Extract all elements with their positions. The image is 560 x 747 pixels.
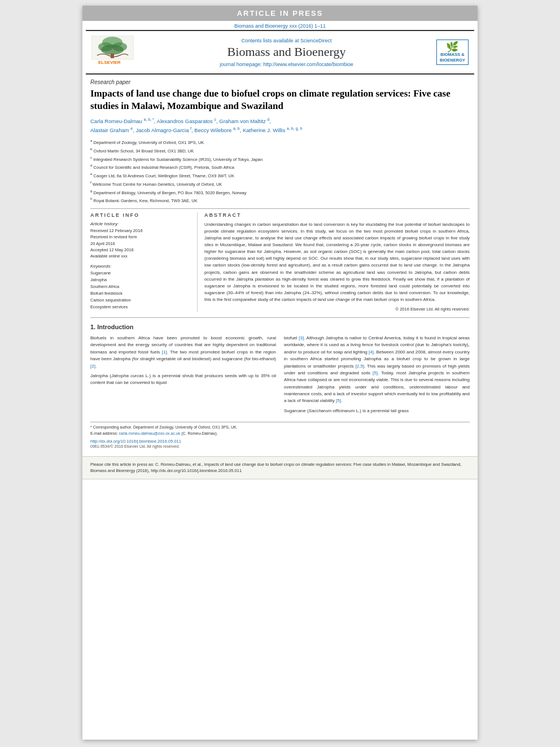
affiliation-h: h Royal Botanic Gardens, Kew, Richmond, …	[90, 196, 470, 204]
kw-biofuel: Biofuel feedstock	[90, 290, 191, 297]
aip-text: ARTICLE IN PRESS	[237, 9, 323, 18]
accepted-date: Accepted 12 May 2016	[90, 247, 191, 253]
logo-line2: BIOENERGY	[440, 58, 465, 63]
author-von-maltitz: Graham von Maltitz d,	[219, 118, 271, 124]
affiliations-block: a Department of Zoology, University of O…	[90, 138, 470, 204]
ref-5b[interactable]: [5]	[373, 370, 378, 375]
available-online: Available online xxx	[90, 253, 191, 259]
article-info-header: ARTICLE INFO	[90, 212, 191, 218]
kw-ecosystem: Ecosystem services	[90, 304, 191, 311]
header-middle: Contents lists available at ScienceDirec…	[142, 38, 431, 67]
article-info-col: ARTICLE INFO Article history: Received 1…	[90, 212, 198, 312]
intro-right-col: biofuel [3]. Although Jatropha is native…	[284, 335, 470, 417]
intro-para1: Biofuels in southern Africa have been pr…	[90, 335, 276, 370]
kw-carbon: Carbon sequestration	[90, 297, 191, 304]
abstract-text: Understanding changes in carbon sequestr…	[204, 221, 470, 303]
homepage-label: journal homepage:	[220, 62, 262, 67]
copyright-line: © 2016 Elsevier Ltd. All rights reserved…	[204, 307, 470, 312]
intro-right-para2: Sugarcane (Saccharum officinarum L.) is …	[284, 408, 470, 414]
svg-point-4	[101, 45, 124, 55]
affiliation-f: f Wellcome Trust Centre for Human Geneti…	[90, 180, 470, 187]
homepage-line: journal homepage: http://www.elsevier.co…	[142, 62, 431, 67]
ref-5c[interactable]: [5]	[336, 398, 341, 403]
corresponding-footnote: * Corresponding author. Department of Zo…	[90, 425, 470, 431]
citation-bar: Please cite this article in press as: C.…	[82, 456, 478, 479]
ref-1[interactable]: [1]	[162, 350, 167, 355]
contents-label: Contents lists available at	[241, 38, 299, 43]
kw-southern-africa: Southern Africa	[90, 283, 191, 290]
homepage-url[interactable]: http://www.elsevier.com/locate/biombioe	[263, 62, 353, 67]
kw-jatropha: Jatropha	[90, 277, 191, 283]
intro-right-para1: biofuel [3]. Although Jatropha is native…	[284, 335, 470, 405]
affiliation-e: e Caoger Ltd, 6a St Andrews Court, Welli…	[90, 171, 470, 179]
received-date: Received 12 February 2016	[90, 228, 191, 234]
affiliation-b: b Oxford Martin School, 34 Broad Street,…	[90, 146, 470, 154]
abstract-header: ABSTRACT	[204, 212, 470, 218]
journal-logo: 🌿 BIOMASS & BIOENERGY	[436, 40, 469, 65]
article-history-block: Article history: Received 12 February 20…	[90, 221, 191, 259]
tree-icon: 🌿	[440, 42, 465, 52]
email-footnote: E-mail address: carla.romeu-dalmau@zoo.o…	[90, 431, 470, 437]
email-label: E-mail address:	[90, 431, 118, 435]
journal-ref-text: Biomass and Bioenergy xxx (2016) 1–11	[234, 23, 326, 29]
corresponding-text: * Corresponding author. Department of Zo…	[90, 425, 238, 429]
info-abstract-section: ARTICLE INFO Article history: Received 1…	[90, 212, 470, 312]
abstract-col: ABSTRACT Understanding changes in carbon…	[204, 212, 470, 312]
elsevier-logo: ELSEVIER	[91, 36, 137, 69]
email-link[interactable]: carla.romeu-dalmau@zoo.ox.ac.uk	[119, 431, 181, 435]
article-type-label: Research paper	[90, 79, 470, 85]
keywords-label: Keywords:	[90, 264, 191, 269]
affiliation-g: g Department of Biology, University of B…	[90, 188, 470, 196]
contents-line: Contents lists available at ScienceDirec…	[142, 38, 431, 43]
author-wilebore: Beccy Wilebore a, b,	[194, 127, 243, 133]
journal-reference: Biomass and Bioenergy xxx (2016) 1–11	[82, 21, 478, 30]
ref-3[interactable]: [3]	[299, 335, 304, 340]
author-gasparatos: Alexandros Gasparatos c,	[157, 118, 220, 124]
author-romeu-dalmau: Carla Romeu-Dalmau a, b, *,	[90, 118, 157, 124]
ref-2-5a[interactable]: [2,5]	[356, 364, 365, 369]
intro-left-col: Biofuels in southern Africa have been pr…	[90, 335, 276, 417]
intro-para2: Jatropha (Jatropha curcas L.) is a peren…	[90, 373, 276, 387]
kw-sugarcane: Sugarcane	[90, 270, 191, 277]
header-divider	[90, 208, 470, 209]
footnotes-section: * Corresponding author. Department of Zo…	[90, 422, 470, 436]
email-suffix: (C. Romeu-Dalmau).	[181, 431, 218, 435]
revised-date: 20 April 2016	[90, 241, 191, 247]
aip-banner: ARTICLE IN PRESS	[82, 6, 478, 21]
citation-text: Please cite this article in press as: C.…	[90, 462, 461, 473]
author-almagro-garcia: Jacob Almagro-Garcia f,	[135, 127, 194, 133]
main-content: Research paper Impacts of land use chang…	[82, 75, 478, 453]
ref-2[interactable]: [2]	[90, 364, 95, 369]
keywords-block: Keywords: Sugarcane Jatropha Southern Af…	[90, 264, 191, 311]
ref-4[interactable]: [4]	[369, 350, 374, 355]
affiliation-a: a Department of Zoology, University of O…	[90, 138, 470, 146]
affiliation-c: c Integrated Research Systems for Sustai…	[90, 155, 470, 163]
history-label: Article history:	[90, 221, 191, 226]
svg-text:ELSEVIER: ELSEVIER	[98, 60, 121, 65]
introduction-section: 1. Introduction Biofuels in southern Afr…	[90, 324, 470, 417]
journal-title: Biomass and Bioenergy	[142, 45, 431, 59]
intro-body: Biofuels in southern Africa have been pr…	[90, 335, 470, 417]
journal-header: ELSEVIER Contents lists available at Sci…	[86, 30, 474, 75]
page: ARTICLE IN PRESS Biomass and Bioenergy x…	[82, 6, 478, 740]
intro-section-title: 1. Introduction	[90, 324, 470, 330]
intro-title: Introduction	[97, 324, 133, 330]
doi-line[interactable]: http://dx.doi.org/10.1016/j.biombioe.201…	[90, 439, 470, 444]
sciencedirect-link[interactable]: ScienceDirect	[300, 38, 332, 43]
elsevier-logo-svg: ELSEVIER	[91, 36, 134, 67]
article-title: Impacts of land use change due to biofue…	[90, 88, 470, 112]
author-graham: Alastair Graham e,	[90, 127, 135, 133]
author-willis: Katherine J. Willis a, b, g, h	[243, 127, 302, 133]
issn-line: 0961-9534/© 2016 Elsevier Ltd. All right…	[90, 444, 470, 448]
affiliation-d: d Council for Scientific and Industrial …	[90, 163, 470, 171]
svg-rect-5	[111, 54, 114, 58]
received-revised-label: Received in revised form	[90, 234, 191, 240]
logo-line1: BIOMASS &	[440, 52, 465, 58]
intro-number: 1.	[90, 324, 95, 330]
body-divider	[90, 317, 470, 318]
authors-line: Carla Romeu-Dalmau a, b, *, Alexandros G…	[90, 117, 470, 134]
